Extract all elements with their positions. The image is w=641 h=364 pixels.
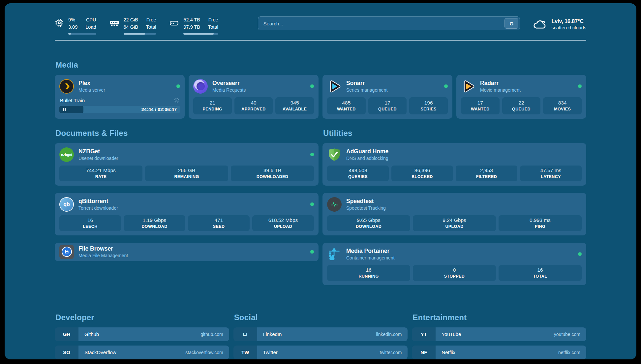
search-bar: G <box>258 16 520 30</box>
service-subtitle: Speedtest Tracking <box>346 205 386 211</box>
service-name: Radarr <box>480 80 521 87</box>
topbar-divider <box>55 40 586 41</box>
service-card-plex[interactable]: Plex Media server Bullet Train <box>55 75 185 119</box>
ram-stat: 22 GiB 64 GiB Free Total <box>109 16 156 35</box>
transcode-icon <box>174 98 179 103</box>
service-card-portainer[interactable]: Media Portainer Container management 16 … <box>322 243 586 285</box>
search-input[interactable] <box>258 16 520 30</box>
service-subtitle: DNS and adblocking <box>346 156 388 161</box>
bookmark-name: LinkedIn <box>263 331 373 337</box>
section-utilities: Utilities <box>322 129 586 292</box>
plex-progress-bar: 24:44 / 02:06:47 <box>59 106 180 113</box>
disk-free-value: 52.4 TB <box>183 16 200 24</box>
bookmark-abbr: NF <box>412 346 436 359</box>
service-name: Speedtest <box>346 198 386 205</box>
bookmarks: Developer GH Github github.com SO StackO… <box>55 313 586 360</box>
status-dot <box>578 84 582 88</box>
bookmark-abbr: TW <box>233 346 257 359</box>
system-stats: 9% 3.09 CPU Load <box>55 16 218 35</box>
section-media: Media Plex Media server <box>55 60 586 119</box>
bookmark-twitter[interactable]: TW Twitter twitter.com <box>233 346 408 359</box>
service-card-speedtest[interactable]: Speedtest Speedtest Tracking 9.65 Gbps D… <box>322 193 586 235</box>
status-dot <box>310 202 314 206</box>
stat-latency: 47.57 ms LATENCY <box>520 166 582 181</box>
dashboard: 9% 3.09 CPU Load <box>5 3 636 359</box>
bookmark-name: YouTube <box>442 331 551 337</box>
service-name: Sonarr <box>346 80 387 87</box>
ram-free-label: Free <box>146 16 156 24</box>
stat-series: 196 SERIES <box>409 97 448 114</box>
bookmark-abbr: SO <box>55 346 78 359</box>
stat-approved: 40 APPROVED <box>234 97 273 114</box>
bookmark-abbr: GH <box>55 327 78 341</box>
weather-widget: Lviv, 16.87°C scattered clouds <box>532 16 586 32</box>
search-engine-button[interactable]: G <box>504 18 518 29</box>
bookmark-linkedin[interactable]: LI LinkedIn linkedin.com <box>233 327 408 341</box>
cpu-usage-value: 9% <box>68 16 77 24</box>
cpu-usage-label: CPU <box>86 16 96 24</box>
bookmark-group-entertainment: Entertainment YT YouTube youtube.com NF … <box>412 313 586 360</box>
bookmark-github[interactable]: GH Github github.com <box>55 327 229 341</box>
stat-seed: 471 SEED <box>188 215 250 231</box>
bookmark-abbr: LI <box>233 327 257 341</box>
service-subtitle: Usenet downloader <box>78 156 118 161</box>
bookmark-url: twitter.com <box>380 350 402 355</box>
service-card-adguard[interactable]: AdGuard Home DNS and adblocking 498,508 … <box>322 143 586 186</box>
sonarr-icon <box>327 79 342 94</box>
service-name: AdGuard Home <box>346 148 388 155</box>
stat-pending: 21 PENDING <box>193 97 232 114</box>
bookmark-netflix[interactable]: NF Netflix netflix.com <box>412 346 586 359</box>
service-card-radarr[interactable]: Radarr Movie management 17 WANTED 22 QUE… <box>456 75 586 119</box>
service-name: Overseerr <box>212 80 246 87</box>
ram-total-value: 64 GiB <box>124 24 138 31</box>
service-card-qbittorrent[interactable]: qb qBittorrent Torrent downloader 16 LEE… <box>55 193 319 235</box>
weather-location-temp: Lviv, 16.87°C <box>551 18 586 25</box>
radarr-icon <box>461 79 475 94</box>
disk-total-value: 97.9 TB <box>183 24 200 31</box>
qbittorrent-icon: qb <box>59 197 74 212</box>
section-title-documents: Documents & Files <box>55 129 319 138</box>
bookmark-url: github.com <box>200 332 223 337</box>
bookmark-stackoverflow[interactable]: SO StackOverflow stackoverflow.com <box>55 346 229 359</box>
ram-icon <box>109 18 119 28</box>
pause-icon <box>63 108 66 111</box>
cpu-stat: 9% 3.09 CPU Load <box>55 16 96 35</box>
status-dot <box>310 153 314 156</box>
service-subtitle: Movie management <box>480 87 521 93</box>
speedtest-icon <box>327 197 342 212</box>
service-name: Media Portainer <box>346 248 394 255</box>
stat-download: 9.65 Gbps DOWNLOAD <box>327 215 410 231</box>
bookmark-url: youtube.com <box>554 332 580 337</box>
cpu-load-label: Load <box>85 24 96 31</box>
service-card-filebrowser[interactable]: File Browser Media File Management <box>55 243 319 261</box>
stat-downloaded: 39.6 TB DOWNLOADED <box>231 166 314 181</box>
weather-condition: scattered clouds <box>551 25 586 30</box>
top-bar: 9% 3.09 CPU Load <box>55 16 586 35</box>
now-playing-title: Bullet Train <box>60 98 85 103</box>
service-subtitle: Media Requests <box>212 87 246 93</box>
cpu-progress-bar <box>68 33 96 35</box>
stat-stopped: 0 STOPPED <box>413 265 496 281</box>
section-title-developer: Developer <box>55 313 229 322</box>
service-subtitle: Container management <box>346 255 394 260</box>
filebrowser-icon <box>59 245 74 259</box>
stat-total: 16 TOTAL <box>499 265 582 281</box>
bookmark-url: linkedin.com <box>376 332 402 337</box>
playback-time: 24:44 / 02:06:47 <box>141 106 177 113</box>
service-name: Plex <box>78 80 105 87</box>
service-subtitle: Torrent downloader <box>78 205 118 211</box>
ram-progress-bar <box>124 33 156 35</box>
stat-blocked: 86,396 BLOCKED <box>391 166 453 181</box>
service-card-overseerr[interactable]: Overseerr Media Requests 21 PENDING 40 A… <box>189 75 319 119</box>
bookmark-name: Netflix <box>442 349 555 355</box>
stat-wanted: 17 WANTED <box>461 97 500 114</box>
status-dot <box>310 250 314 254</box>
cpu-icon <box>55 18 64 27</box>
disk-progress-bar <box>183 33 218 35</box>
service-card-sonarr[interactable]: Sonarr Series management 485 WANTED 17 Q… <box>322 75 452 119</box>
stat-rate: 744.21 Mbps RATE <box>59 166 142 181</box>
bookmark-youtube[interactable]: YT YouTube youtube.com <box>412 327 586 341</box>
service-card-nzbget[interactable]: nzbget NZBGet Usenet downloader 744.21 M… <box>55 143 319 186</box>
service-subtitle: Series management <box>346 87 387 93</box>
disk-free-label: Free <box>208 16 218 24</box>
